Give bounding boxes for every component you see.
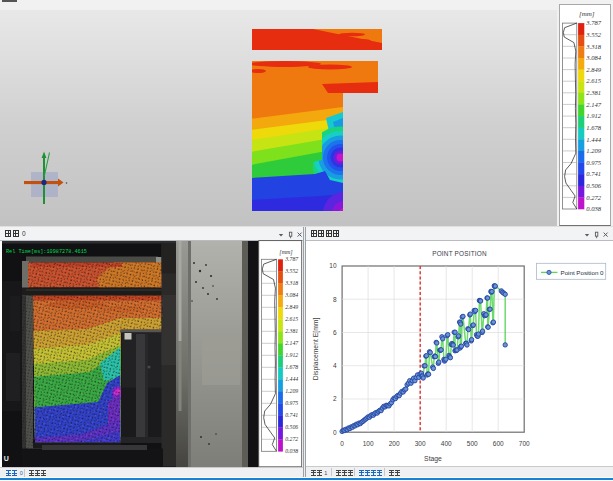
svg-text:2.849: 2.849 bbox=[586, 66, 602, 73]
svg-text:2.147: 2.147 bbox=[285, 340, 299, 346]
svg-text:1.209: 1.209 bbox=[285, 388, 298, 394]
svg-text:1.209: 1.209 bbox=[586, 147, 602, 154]
svg-text:0.741: 0.741 bbox=[586, 170, 601, 177]
svg-text:1.678: 1.678 bbox=[285, 364, 298, 370]
svg-text:2.615: 2.615 bbox=[285, 316, 298, 322]
svg-text:2.849: 2.849 bbox=[285, 304, 298, 310]
svg-text:1.912: 1.912 bbox=[285, 352, 298, 358]
svg-text:0.038: 0.038 bbox=[285, 448, 298, 454]
svg-text:2.381: 2.381 bbox=[586, 89, 601, 96]
svg-text:0.038: 0.038 bbox=[586, 205, 602, 212]
svg-text:3.318: 3.318 bbox=[284, 280, 298, 286]
svg-text:0.506: 0.506 bbox=[285, 424, 298, 430]
svg-text:3.552: 3.552 bbox=[585, 31, 602, 38]
svg-text:3.318: 3.318 bbox=[585, 43, 602, 50]
svg-text:2.147: 2.147 bbox=[586, 101, 602, 108]
svg-text:0.975: 0.975 bbox=[285, 400, 298, 406]
svg-text:2.381: 2.381 bbox=[285, 328, 298, 334]
svg-text:3.084: 3.084 bbox=[284, 292, 298, 298]
svg-text:1.444: 1.444 bbox=[285, 376, 298, 382]
svg-text:0.272: 0.272 bbox=[586, 194, 602, 201]
svg-text:0.975: 0.975 bbox=[586, 159, 602, 166]
svg-text:0.506: 0.506 bbox=[586, 182, 602, 189]
svg-text:0.741: 0.741 bbox=[285, 412, 298, 418]
svg-text:[mm]: [mm] bbox=[579, 10, 595, 18]
svg-text:1.678: 1.678 bbox=[586, 124, 602, 131]
svg-text:1.444: 1.444 bbox=[586, 136, 602, 143]
svg-text:[mm]: [mm] bbox=[279, 249, 293, 256]
svg-text:3.787: 3.787 bbox=[585, 19, 602, 26]
svg-text:0.272: 0.272 bbox=[285, 436, 298, 442]
svg-text:3.552: 3.552 bbox=[284, 268, 298, 274]
svg-text:3.084: 3.084 bbox=[585, 54, 602, 61]
svg-text:3.787: 3.787 bbox=[284, 256, 299, 262]
svg-text:1.912: 1.912 bbox=[586, 112, 602, 119]
svg-text:2.615: 2.615 bbox=[586, 77, 602, 84]
